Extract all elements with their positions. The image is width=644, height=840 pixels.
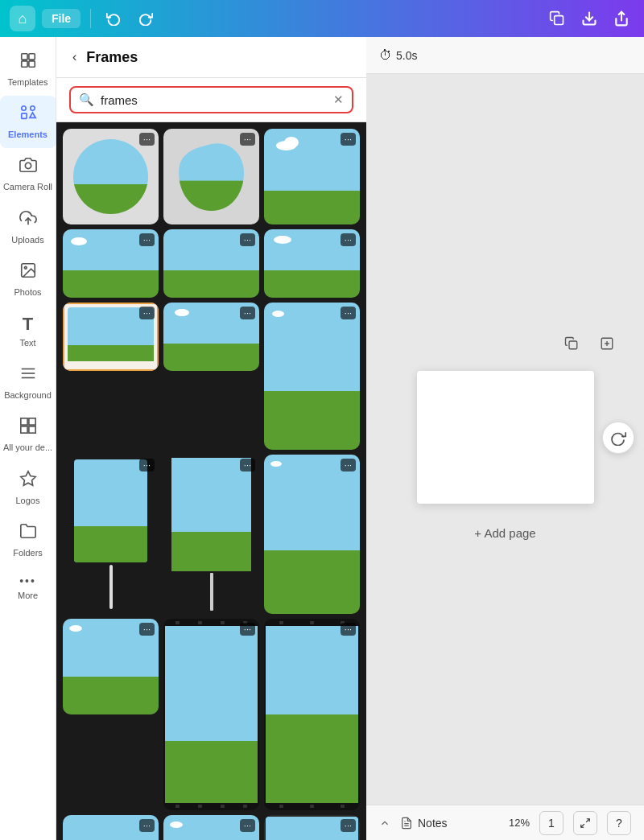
download-button[interactable]	[576, 6, 602, 31]
more-options-button[interactable]: ···	[341, 459, 356, 471]
grid-row-1: ··· ···	[63, 129, 360, 224]
more-options-button[interactable]: ···	[139, 459, 155, 471]
more-options-button[interactable]: ···	[240, 459, 255, 471]
svg-rect-4	[28, 54, 34, 60]
more-options-button[interactable]: ···	[341, 819, 356, 832]
sidebar-item-uploads[interactable]: Uploads	[0, 201, 56, 253]
sidebar-item-templates[interactable]: Templates	[0, 43, 56, 96]
timer-icon: ⏱	[379, 48, 392, 63]
upload-icon	[19, 209, 37, 232]
svg-line-31	[586, 818, 589, 821]
canvas-page-container	[417, 371, 594, 504]
frame-item-wide-landscape[interactable]: ···	[63, 619, 159, 714]
sidebar-item-all-designs[interactable]: All your de...	[0, 409, 56, 461]
timer-badge: ⏱ 5.0s	[379, 48, 417, 63]
more-options-button[interactable]: ···	[240, 819, 255, 832]
frame-item-tall-paper[interactable]: ···	[63, 455, 159, 614]
svg-rect-9	[21, 113, 26, 118]
frame-item-wide-1[interactable]: ···	[63, 229, 159, 298]
svg-rect-24	[171, 181, 252, 218]
sidebar-item-label: Elements	[8, 130, 47, 140]
more-options-button[interactable]: ···	[341, 133, 356, 146]
frame-item-landscape-square[interactable]: ···	[264, 129, 360, 224]
search-clear-button[interactable]: ✕	[333, 93, 344, 107]
more-options-button[interactable]: ···	[240, 307, 255, 319]
frame-item-portrait-1[interactable]: ···	[264, 303, 360, 450]
home-button[interactable]: ⌂	[10, 6, 35, 31]
sidebar-item-folders[interactable]: Folders	[0, 514, 56, 566]
frame-item-tall-paper-2[interactable]: ···	[163, 455, 259, 614]
frame-item-tall-portrait[interactable]: ···	[264, 455, 360, 614]
folders-icon	[19, 522, 37, 545]
sidebar-item-logos[interactable]: Logos	[0, 462, 56, 514]
share-button[interactable]	[609, 6, 634, 31]
sidebar-item-camera-roll[interactable]: Camera Roll	[0, 148, 56, 200]
elements-icon	[19, 104, 37, 126]
grid-row-2: ··· ··· ···	[63, 229, 360, 298]
add-page-top-button[interactable]	[592, 329, 621, 358]
grid-row-6: ··· ··· ···	[63, 815, 360, 840]
fullscreen-button[interactable]	[573, 811, 597, 835]
sidebar-item-label: Camera Roll	[3, 182, 52, 192]
svg-rect-0	[555, 16, 564, 25]
main-layout: Templates Elements Camera Roll	[0, 37, 644, 840]
frame-item-film-1[interactable]: ···	[63, 303, 159, 371]
more-options-button[interactable]: ···	[240, 623, 255, 636]
grid-row-4: ··· ···	[63, 455, 360, 614]
frame-item-film-strip-2[interactable]: ···	[264, 619, 360, 810]
panel-header: ‹ Frames	[56, 37, 366, 78]
frame-item-wide-2[interactable]: ···	[163, 229, 259, 298]
back-button[interactable]: ‹	[69, 47, 80, 68]
more-options-button[interactable]: ···	[341, 307, 356, 319]
duplicate-button[interactable]	[544, 6, 570, 31]
frame-item-blob[interactable]: ···	[163, 129, 259, 224]
file-menu-button[interactable]: File	[42, 9, 80, 28]
svg-point-14	[24, 266, 27, 269]
more-options-button[interactable]: ···	[240, 133, 255, 146]
frame-item-sq-2[interactable]: ···	[163, 815, 259, 840]
more-options-button[interactable]: ···	[139, 233, 155, 246]
more-options-button[interactable]: ···	[139, 819, 155, 832]
sidebar-item-photos[interactable]: Photos	[0, 253, 56, 306]
frame-item-sq-3[interactable]: ···	[264, 815, 360, 840]
more-options-button[interactable]: ···	[240, 233, 255, 246]
more-options-button[interactable]: ···	[341, 623, 356, 636]
all-designs-icon	[19, 417, 37, 439]
redo-button[interactable]	[133, 6, 159, 31]
search-bar: 🔍 ✕	[56, 78, 366, 122]
undo-button[interactable]	[101, 6, 126, 31]
text-icon: T	[23, 314, 33, 335]
sidebar-item-text[interactable]: T Text	[0, 306, 56, 356]
sidebar-item-elements[interactable]: Elements	[0, 96, 56, 148]
more-options-button[interactable]: ···	[341, 233, 356, 246]
notes-label: Notes	[418, 817, 448, 830]
page-number-button[interactable]: 1	[539, 811, 564, 835]
separator	[90, 9, 91, 28]
more-options-button[interactable]: ···	[139, 133, 155, 146]
frame-item-film-strip[interactable]: ···	[163, 619, 259, 810]
canvas-page[interactable]	[417, 371, 594, 504]
svg-rect-18	[20, 418, 27, 425]
more-icon: •••	[19, 574, 36, 587]
frame-item-circle[interactable]: ···	[63, 129, 159, 224]
topbar-right-actions	[544, 6, 634, 31]
ai-refresh-button[interactable]	[602, 422, 634, 454]
help-button[interactable]: ?	[607, 811, 631, 835]
sidebar-item-label: Folders	[13, 548, 43, 558]
add-page-button[interactable]: + Add page	[442, 517, 568, 550]
frame-item-sq-1[interactable]: ···	[63, 815, 159, 840]
more-options-button[interactable]: ···	[139, 307, 155, 319]
search-icon: 🔍	[79, 93, 94, 107]
sidebar-item-more[interactable]: ••• More	[0, 566, 56, 609]
notes-button[interactable]: Notes	[400, 817, 448, 830]
search-input[interactable]	[101, 93, 327, 107]
frame-item-wide-3[interactable]: ···	[264, 229, 360, 298]
bottom-bar: Notes 12% 1 ?	[366, 805, 644, 840]
grid-row-3: ··· ···	[63, 303, 360, 450]
sidebar-item-background[interactable]: Background	[0, 356, 56, 409]
sidebar-item-label: Background	[4, 390, 52, 401]
copy-page-button[interactable]	[557, 329, 586, 358]
more-options-button[interactable]: ···	[139, 623, 155, 636]
sidebar-item-label: Logos	[16, 496, 40, 506]
frame-item-landscape-wide[interactable]: ···	[163, 303, 259, 371]
